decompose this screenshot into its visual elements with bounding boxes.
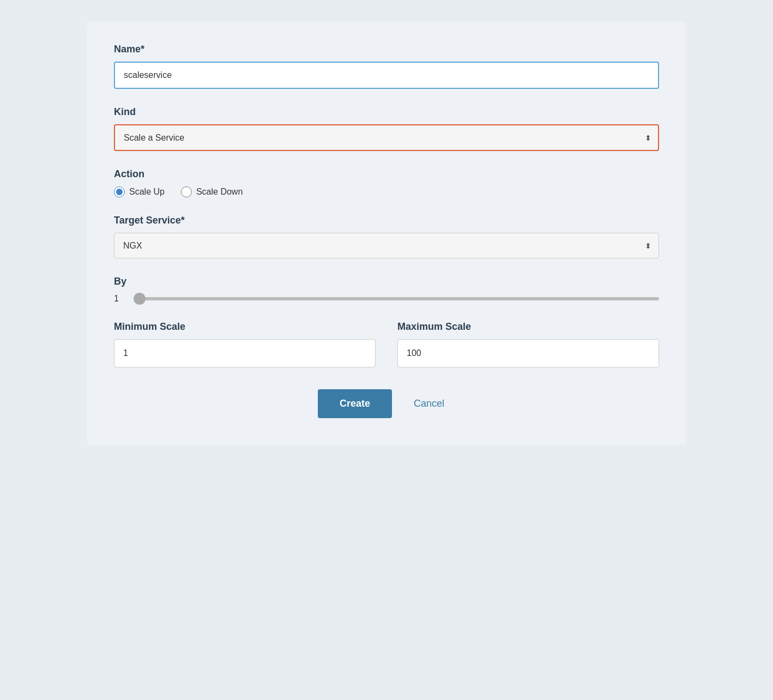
kind-field-group: Kind Scale a Service Scale a Deployment … (114, 106, 659, 151)
by-label: By (114, 276, 659, 287)
kind-select[interactable]: Scale a Service Scale a Deployment Scale… (114, 124, 659, 151)
min-scale-input[interactable] (114, 339, 376, 367)
name-input[interactable] (114, 62, 659, 89)
target-service-field-group: Target Service* NGX nginx frontend backe… (114, 215, 659, 258)
max-scale-label: Maximum Scale (397, 321, 659, 333)
create-button[interactable]: Create (318, 389, 392, 418)
by-slider[interactable] (134, 297, 659, 300)
scale-down-label: Scale Down (196, 187, 243, 197)
max-scale-input[interactable] (397, 339, 659, 367)
name-label: Name* (114, 44, 659, 55)
action-label: Action (114, 168, 659, 180)
kind-label: Kind (114, 106, 659, 118)
action-row: Scale Up Scale Down (114, 186, 659, 197)
form-container: Name* Kind Scale a Service Scale a Deplo… (87, 22, 686, 445)
target-service-select[interactable]: NGX nginx frontend backend (114, 233, 659, 258)
action-field-group: Action Scale Up Scale Down (114, 168, 659, 197)
max-scale-field: Maximum Scale (397, 321, 659, 367)
by-field-group: By 1 (114, 276, 659, 304)
slider-value-display: 1 (114, 294, 125, 304)
kind-select-wrapper: Scale a Service Scale a Deployment Scale… (114, 124, 659, 151)
scale-up-option[interactable]: Scale Up (114, 186, 165, 197)
min-scale-field: Minimum Scale (114, 321, 376, 367)
target-service-label: Target Service* (114, 215, 659, 226)
cancel-button[interactable]: Cancel (403, 389, 455, 418)
min-scale-label: Minimum Scale (114, 321, 376, 333)
scale-down-option[interactable]: Scale Down (181, 186, 243, 197)
button-row: Create Cancel (114, 389, 659, 418)
scale-down-radio[interactable] (181, 186, 192, 197)
scale-row: Minimum Scale Maximum Scale (114, 321, 659, 367)
scale-up-radio[interactable] (114, 186, 125, 197)
name-field-group: Name* (114, 44, 659, 89)
target-service-select-wrapper: NGX nginx frontend backend ⬍ (114, 233, 659, 258)
scale-up-label: Scale Up (129, 187, 165, 197)
slider-row: 1 (114, 294, 659, 304)
